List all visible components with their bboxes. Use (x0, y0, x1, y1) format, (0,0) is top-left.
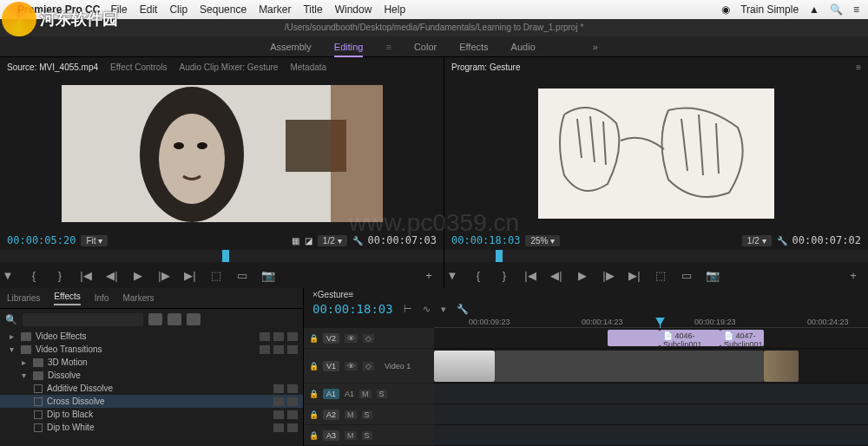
ws-editing-menu-icon[interactable]: ≡ (385, 42, 391, 52)
track-header-v1[interactable]: 🔒V1👁◇Video 1 (304, 349, 434, 384)
effects-folder-video-effects[interactable]: ▸Video Effects (0, 330, 303, 343)
mute-icon[interactable]: M (345, 410, 357, 419)
effect-additive-dissolve[interactable]: Additive Dissolve (0, 382, 303, 395)
effects-search-input[interactable] (23, 313, 143, 326)
program-time-ruler[interactable] (444, 250, 868, 262)
track-a2[interactable] (434, 404, 868, 425)
program-panel-menu-icon[interactable]: ≡ (856, 62, 861, 72)
user-icon[interactable]: ▲ (809, 3, 819, 16)
ws-color[interactable]: Color (414, 42, 437, 52)
prog-marker-icon[interactable]: ▼ (444, 269, 460, 282)
clip-v2-1[interactable] (608, 330, 660, 346)
src-marker-icon[interactable]: ▼ (0, 269, 16, 282)
tab-libraries[interactable]: Libraries (7, 293, 40, 303)
src-snapshot-icon[interactable]: ▦ (292, 236, 299, 246)
src-out-icon[interactable]: } (52, 269, 68, 282)
src-goto-in-icon[interactable]: |◀ (78, 269, 94, 282)
program-viewer[interactable] (444, 76, 868, 231)
tab-markers[interactable]: Markers (122, 293, 154, 303)
effects-folder-dissolve[interactable]: ▾Dissolve (0, 369, 303, 382)
src-overwrite-icon[interactable]: ▭ (234, 269, 250, 282)
ws-assembly[interactable]: Assembly (270, 42, 312, 52)
src-goto-out-icon[interactable]: ▶| (182, 269, 198, 282)
ws-effects[interactable]: Effects (459, 42, 488, 52)
src-in-icon[interactable]: { (26, 269, 42, 282)
menu-file[interactable]: File (110, 3, 127, 16)
prog-export-frame-icon[interactable]: 📷 (705, 269, 720, 282)
lock-icon[interactable]: 🔒 (309, 410, 318, 419)
clip-v1-thumb[interactable] (764, 351, 799, 382)
toggle-output-icon[interactable]: 👁 (345, 334, 358, 343)
prog-add-button-icon[interactable]: + (845, 269, 861, 282)
cc-sync-icon[interactable]: ◉ (721, 3, 730, 16)
menu-icon[interactable]: ≡ (853, 3, 859, 16)
track-v1[interactable] (434, 349, 868, 384)
prog-play-icon[interactable]: ▶ (575, 269, 590, 282)
effects-filter-yuv-icon[interactable] (187, 313, 201, 325)
clip-v1-main[interactable] (495, 351, 764, 382)
track-header-a2[interactable]: 🔒A2MS (304, 404, 434, 425)
src-step-fwd-icon[interactable]: |▶ (156, 269, 172, 282)
track-header-a3[interactable]: 🔒A3MS (304, 425, 434, 446)
src-add-button-icon[interactable]: + (421, 269, 437, 282)
tl-marker-icon[interactable]: ▾ (441, 304, 446, 315)
track-content[interactable]: 📄 4046-Subclip001 📄 4047-Subclip001 (434, 328, 868, 446)
source-timecode[interactable]: 00:00:05:20 (7, 234, 76, 246)
tl-settings-icon[interactable]: 🔧 (457, 304, 469, 315)
effects-folder-video-transitions[interactable]: ▾Video Transitions (0, 343, 303, 356)
track-header-a1[interactable]: 🔒A1A1MS (304, 384, 434, 404)
program-resolution-dropdown[interactable]: 1/2 ▾ (742, 235, 772, 246)
track-a3[interactable] (434, 425, 868, 446)
src-step-back-icon[interactable]: ◀| (104, 269, 120, 282)
prog-step-back-icon[interactable]: ◀| (549, 269, 564, 282)
solo-icon[interactable]: S (377, 390, 387, 398)
program-timecode[interactable]: 00:00:18:03 (451, 234, 520, 246)
toggle-sync-icon[interactable]: ◇ (363, 334, 374, 343)
src-export-frame-icon[interactable]: 📷 (260, 269, 276, 282)
lock-icon[interactable]: 🔒 (309, 334, 318, 343)
clip-v1-1[interactable] (434, 351, 495, 382)
menu-marker[interactable]: Marker (259, 3, 291, 16)
tab-info[interactable]: Info (95, 293, 109, 303)
prog-wrench-icon[interactable]: 🔧 (777, 236, 787, 246)
menu-window[interactable]: Window (335, 3, 372, 16)
clip-v2-subclip-4047[interactable]: 📄 4047-Subclip001 (720, 330, 764, 346)
prog-extract-icon[interactable]: ▭ (679, 269, 694, 282)
mute-icon[interactable]: M (359, 390, 372, 398)
lock-icon[interactable]: 🔒 (309, 390, 318, 398)
effect-dip-to-white[interactable]: Dip to White (0, 421, 303, 434)
src-play-icon[interactable]: ▶ (130, 269, 146, 282)
src-settings-icon[interactable]: ◪ (305, 236, 312, 246)
source-time-ruler[interactable] (0, 250, 444, 262)
effects-filter-accel-icon[interactable] (148, 313, 162, 325)
prog-in-icon[interactable]: { (470, 269, 486, 282)
menu-help[interactable]: Help (384, 3, 405, 16)
solo-icon[interactable]: S (362, 410, 372, 419)
tl-snap-icon[interactable]: ⊢ (404, 304, 412, 315)
toggle-sync-icon[interactable]: ◇ (363, 362, 374, 371)
tab-program[interactable]: Program: Gesture (451, 62, 520, 72)
search-icon[interactable]: 🔍 (830, 3, 843, 16)
menu-edit[interactable]: Edit (140, 3, 158, 16)
tab-audio-clip-mixer[interactable]: Audio Clip Mixer: Gesture (179, 62, 278, 72)
tab-effect-controls[interactable]: Effect Controls (110, 62, 167, 72)
track-v2[interactable]: 📄 4046-Subclip001 📄 4047-Subclip001 (434, 328, 868, 349)
solo-icon[interactable]: S (362, 431, 372, 440)
toggle-output-icon[interactable]: 👁 (345, 362, 358, 371)
tab-source[interactable]: Source: MVI_4055.mp4 (7, 62, 98, 72)
prog-step-fwd-icon[interactable]: |▶ (601, 269, 616, 282)
source-viewer[interactable] (0, 76, 444, 231)
track-header-v2[interactable]: 🔒V2👁◇ (304, 328, 434, 349)
clip-v2-subclip-4046[interactable]: 📄 4046-Subclip001 (660, 330, 720, 346)
menu-clip[interactable]: Clip (169, 3, 187, 16)
app-name[interactable]: Premiere Pro CC (17, 3, 100, 16)
program-zoom-dropdown[interactable]: 25% ▾ (525, 235, 560, 246)
ws-overflow-icon[interactable]: » (593, 42, 598, 52)
effect-cross-dissolve[interactable]: Cross Dissolve (0, 395, 303, 408)
prog-lift-icon[interactable]: ⬚ (653, 269, 668, 282)
src-insert-icon[interactable]: ⬚ (208, 269, 224, 282)
ws-editing[interactable]: Editing (334, 42, 364, 52)
timeline-tab[interactable]: × Gesture ≡ (304, 288, 868, 301)
ws-audio[interactable]: Audio (511, 42, 536, 52)
effect-dip-to-black[interactable]: Dip to Black (0, 408, 303, 421)
